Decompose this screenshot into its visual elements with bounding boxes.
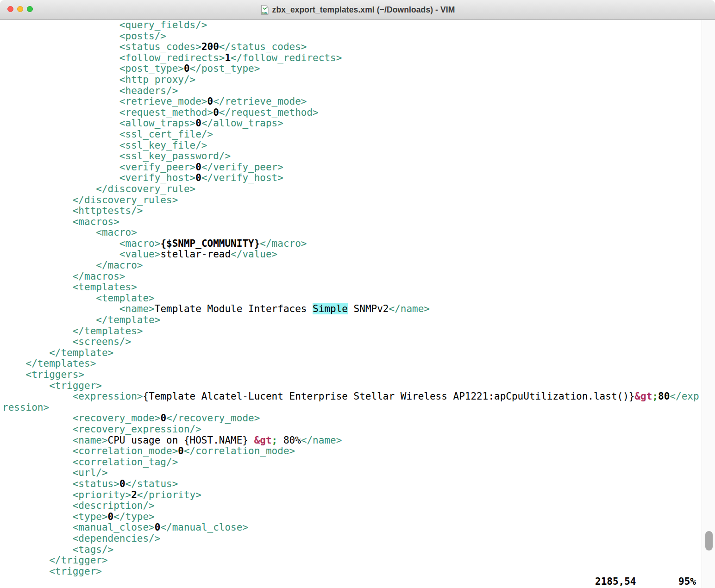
code-line: ression> — [2, 402, 701, 413]
xml-tag: <name> — [2, 303, 155, 314]
xml-value: 0 — [207, 96, 213, 107]
xml-value: 200 — [201, 41, 219, 52]
code-line: <posts/> — [2, 31, 701, 42]
xml-tag: <url/> — [2, 467, 108, 478]
xml-tag: </template> — [2, 314, 160, 325]
xml-tag: <triggers> — [2, 369, 84, 380]
code-line: </macro> — [2, 260, 701, 271]
scrollbar-thumb[interactable] — [705, 531, 713, 550]
code-line: <template> — [2, 293, 701, 304]
code-line: <dependencies/> — [2, 533, 701, 544]
xml-text: Template Module Interfaces — [155, 303, 313, 314]
code-line: <screens/> — [2, 337, 701, 348]
code-line: <templates> — [2, 282, 701, 293]
code-line: <headers/> — [2, 86, 701, 97]
xml-value: 0 — [178, 445, 184, 457]
code-line: <manual_close>0</manual_close> — [2, 522, 701, 533]
xml-tag: <correlation_tag/> — [2, 457, 178, 468]
xml-tag: <value> — [2, 249, 160, 260]
code-line: <verify_peer>0</verify_peer> — [2, 162, 701, 173]
xml-tag: <tags/> — [2, 544, 113, 555]
xml-value: 0 — [195, 118, 201, 129]
xml-value: 0 — [119, 478, 125, 489]
xml-tag: </value> — [231, 249, 277, 260]
xml-text: SNMPv2 — [348, 303, 389, 314]
xml-tag: <name> — [2, 435, 108, 446]
xml-tag: <ssl_key_password/> — [2, 150, 231, 162]
scrollbar-track[interactable] — [702, 20, 715, 588]
window-titlebar: XML zbx_export_templates.xml (~/Download… — [0, 0, 715, 20]
code-line: <allow_traps>0</allow_traps> — [2, 118, 701, 129]
ruler-scroll-percent: 95% — [678, 576, 696, 588]
xml-tag: <recovery_expression/> — [2, 424, 201, 435]
xml-value: 0 — [213, 107, 219, 118]
xml-tag: <correlation_mode> — [2, 445, 178, 457]
xml-text: 80% — [277, 435, 301, 446]
svg-text:XML: XML — [262, 11, 268, 14]
xml-tag: </priority> — [137, 489, 201, 500]
code-line: <correlation_mode>0</correlation_mode> — [2, 446, 701, 457]
code-line: <macro>{$SNMP_COMMUNITY}</macro> — [2, 238, 701, 250]
xml-tag: <recovery_mode> — [2, 413, 160, 424]
xml-tag: <posts/> — [2, 31, 166, 42]
code-line: <correlation_tag/> — [2, 457, 701, 468]
xml-tag: <trigger> — [2, 566, 102, 577]
code-line: <ssl_key_password/> — [2, 151, 701, 162]
ruler-cursor-position: 2185,54 — [595, 576, 636, 588]
xml-tag: <headers/> — [2, 85, 178, 96]
xml-tag: </name> — [389, 303, 430, 314]
xml-tag: </exp — [670, 391, 699, 402]
code-area: <query_fields/> <posts/> <status_codes>2… — [2, 20, 701, 577]
code-line: <ssl_cert_file/> — [2, 129, 701, 140]
xml-tag: <http_proxy/> — [2, 74, 195, 85]
code-line: <retrieve_mode>0</retrieve_mode> — [2, 96, 701, 107]
xml-tag: <dependencies/> — [2, 533, 160, 544]
code-line: <name>CPU usage on {HOST.NAME} &gt; 80%<… — [2, 435, 701, 446]
code-line: <httptests/> — [2, 206, 701, 217]
titlebar-center: XML zbx_export_templates.xml (~/Download… — [0, 0, 715, 19]
xml-tag: <follow_redirects> — [2, 52, 225, 63]
xml-tag: </status> — [125, 478, 178, 489]
xml-tag: <status_codes> — [2, 41, 201, 52]
xml-tag: </macros> — [2, 271, 125, 282]
xml-tag: <expression> — [2, 391, 143, 402]
code-line: <recovery_expression/> — [2, 424, 701, 435]
code-line: <verify_host>0</verify_host> — [2, 173, 701, 184]
xml-tag: <macro> — [2, 238, 160, 249]
xml-tag: <manual_close> — [2, 522, 155, 533]
code-line: </discovery_rule> — [2, 184, 701, 195]
xml-tag: <status> — [2, 478, 119, 489]
code-line: <recovery_mode>0</recovery_mode> — [2, 413, 701, 424]
code-line: <http_proxy/> — [2, 75, 701, 86]
xml-value: 0 — [108, 511, 114, 522]
xml-tag: </verify_peer> — [201, 162, 283, 173]
code-line: </template> — [2, 348, 701, 359]
xml-tag: </post_type> — [190, 63, 260, 74]
xml-tag: </verify_host> — [201, 172, 283, 183]
code-line: <status>0</status> — [2, 479, 701, 490]
code-line: <macros> — [2, 217, 701, 228]
xml-tag: ression> — [2, 402, 49, 413]
code-line: <request_method>0</request_method> — [2, 107, 701, 119]
xml-tag: <allow_traps> — [2, 118, 195, 129]
xml-text: stellar-read — [160, 249, 231, 260]
xml-tag: </template> — [2, 347, 113, 358]
code-line: <expression>{Template Alcatel-Lucent Ent… — [2, 391, 701, 402]
xml-entity-semicolon: ; — [652, 391, 658, 402]
code-line: </trigger> — [2, 555, 701, 566]
xml-tag: <templates> — [2, 281, 137, 293]
xml-tag: <ssl_key_file/> — [2, 140, 207, 151]
search-highlight: Simple — [313, 303, 348, 314]
xml-tag: <verify_peer> — [2, 162, 195, 173]
xml-tag: </macro> — [2, 260, 143, 271]
code-line: <triggers> — [2, 369, 701, 381]
xml-tag: <query_fields/> — [2, 20, 207, 31]
xml-tag: </discovery_rules> — [2, 194, 178, 206]
xml-text: {Template Alcatel-Lucent Enterprise Stel… — [143, 391, 634, 402]
code-line: </templates> — [2, 326, 701, 337]
code-line: <macro> — [2, 227, 701, 238]
xml-tag: <request_method> — [2, 107, 213, 118]
vim-text-area[interactable]: <query_fields/> <posts/> <status_codes>2… — [0, 20, 715, 588]
xml-tag: <verify_host> — [2, 172, 195, 183]
code-line: <description/> — [2, 500, 701, 512]
